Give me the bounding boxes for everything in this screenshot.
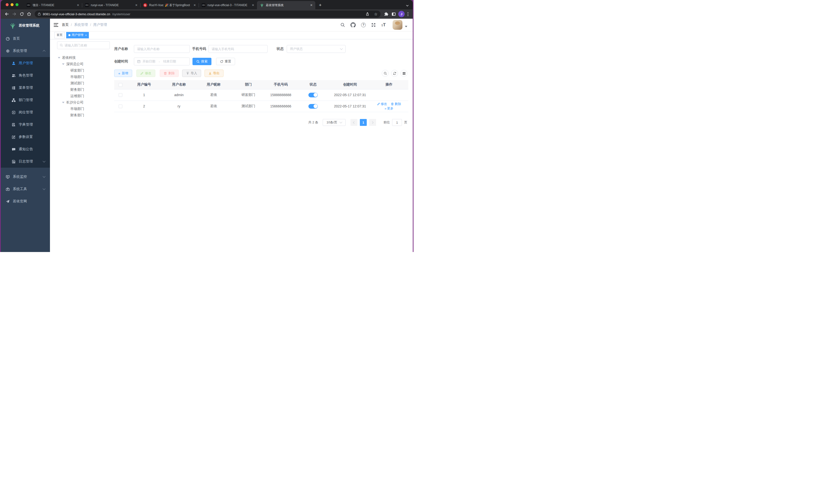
zoom-window-button[interactable] bbox=[15, 3, 18, 6]
tab-close-icon[interactable]: ✕ bbox=[193, 3, 197, 7]
close-window-button[interactable] bbox=[6, 3, 9, 6]
browser-tab[interactable]: <t> ruoyi-vue-official-3 - TITANIDE ✕ bbox=[199, 1, 257, 9]
jump-page-input[interactable] bbox=[392, 119, 402, 126]
home-button[interactable] bbox=[26, 10, 33, 18]
tree-expand-caret-icon[interactable] bbox=[62, 102, 64, 103]
date-range-picker[interactable]: 开始日期 - 结束日期 bbox=[134, 58, 190, 65]
sidebar-item-post-management[interactable]: 岗位管理 bbox=[1, 106, 50, 118]
browser-profile-avatar[interactable]: J bbox=[398, 11, 405, 17]
user-avatar[interactable] bbox=[393, 20, 402, 30]
delete-button[interactable]: 删除 bbox=[160, 69, 179, 77]
username-input[interactable] bbox=[137, 47, 187, 51]
prev-page-button[interactable] bbox=[350, 119, 357, 126]
tree-node[interactable]: 深圳总公司 bbox=[57, 61, 110, 67]
tree-node[interactable]: 市场部门 bbox=[57, 74, 110, 80]
refresh-table-button[interactable] bbox=[391, 70, 398, 77]
reset-button[interactable]: 重置 bbox=[216, 58, 235, 65]
forward-button[interactable] bbox=[11, 10, 18, 18]
avatar-dropdown-caret-icon[interactable] bbox=[405, 26, 407, 27]
minimize-window-button[interactable] bbox=[11, 3, 13, 6]
tree-node-root[interactable]: 若依科技 bbox=[57, 55, 110, 61]
show-search-toggle-button[interactable] bbox=[382, 70, 389, 77]
next-page-button[interactable] bbox=[369, 119, 376, 126]
tab-close-icon[interactable]: ✕ bbox=[76, 3, 80, 7]
sidebar-item-role-management[interactable]: 角色管理 bbox=[1, 69, 50, 81]
tree-node[interactable]: 运维部门 bbox=[57, 93, 110, 99]
tag-close-icon[interactable]: × bbox=[85, 34, 87, 37]
sidebar-item-user-management[interactable]: 用户管理 bbox=[1, 57, 50, 69]
github-icon[interactable] bbox=[350, 22, 356, 27]
pagination: 共 2 条 10条/页 1 前往 页 bbox=[308, 119, 407, 126]
help-icon[interactable]: ? bbox=[361, 22, 366, 27]
sidebar-item-log-management[interactable]: 日志管理 bbox=[1, 155, 50, 168]
sidebar-item-dept-management[interactable]: 部门管理 bbox=[1, 94, 50, 106]
sidebar-item-system-management[interactable]: 系统管理 bbox=[1, 45, 50, 57]
breadcrumb-home[interactable]: 首页 bbox=[62, 22, 69, 27]
header-search-icon[interactable] bbox=[340, 22, 345, 27]
search-button[interactable]: 搜索 bbox=[192, 58, 211, 65]
font-size-icon[interactable]: TT bbox=[381, 22, 386, 27]
status-select[interactable]: 用户状态 bbox=[287, 45, 346, 53]
tree-expand-caret-icon[interactable] bbox=[58, 57, 60, 58]
tab-search-chevron-icon[interactable] bbox=[406, 5, 409, 7]
tree-node[interactable]: 财务部门 bbox=[57, 112, 110, 118]
status-toggle[interactable] bbox=[308, 93, 318, 97]
app-logo[interactable]: 若依管理系统 bbox=[1, 19, 50, 33]
export-button[interactable]: 导出 bbox=[204, 69, 224, 77]
tree-expand-caret-icon[interactable] bbox=[62, 63, 64, 65]
tree-node[interactable]: 市场部门 bbox=[57, 106, 110, 112]
col-nickname: 用户昵称 bbox=[196, 80, 231, 89]
import-button[interactable]: 导入 bbox=[182, 69, 201, 77]
back-button[interactable] bbox=[3, 10, 11, 18]
browser-tab[interactable]: <t> ruoyi-vue - TITANIDE ✕ bbox=[82, 1, 140, 9]
address-bar[interactable]: 8081-ruoyi-vue-official-3-demo.cloud.tit… bbox=[35, 11, 381, 17]
tag-home[interactable]: 首页 bbox=[54, 32, 65, 38]
tree-node[interactable]: 长沙分公司 bbox=[57, 99, 110, 106]
add-button[interactable]: + 新增 bbox=[114, 69, 132, 77]
sidebar-item-dict-management[interactable]: 字典管理 bbox=[1, 118, 50, 131]
dept-search-input[interactable] bbox=[65, 44, 107, 47]
row-more-link[interactable]: » 更多 bbox=[384, 106, 393, 111]
sidebar-item-notice[interactable]: 通知公告 bbox=[1, 143, 50, 155]
row-edit-link[interactable]: 修改 bbox=[377, 102, 387, 106]
browser-tab-active[interactable]: 若依管理系统 ✕ bbox=[257, 1, 315, 9]
tree-node[interactable]: 财务部门 bbox=[57, 87, 110, 93]
sidebar-item-system-tools[interactable]: 系统工具 bbox=[1, 183, 50, 195]
tree-node[interactable]: 测试部门 bbox=[57, 80, 110, 87]
tab-close-icon[interactable]: ✕ bbox=[134, 3, 138, 7]
extensions-puzzle-icon[interactable] bbox=[383, 10, 390, 18]
tag-user-management[interactable]: 用户管理 × bbox=[66, 32, 89, 38]
share-icon[interactable] bbox=[364, 11, 371, 17]
side-panel-icon[interactable] bbox=[390, 10, 397, 18]
fullscreen-icon[interactable] bbox=[371, 22, 376, 27]
select-all-checkbox[interactable] bbox=[118, 83, 122, 87]
sidebar-item-param-settings[interactable]: 参数设置 bbox=[1, 131, 50, 143]
column-settings-button[interactable] bbox=[400, 70, 407, 77]
dictionary-icon bbox=[11, 123, 16, 127]
row-checkbox[interactable] bbox=[118, 93, 122, 97]
lock-icon[interactable] bbox=[38, 12, 41, 16]
edit-button[interactable]: 修改 bbox=[136, 69, 155, 77]
browser-tab[interactable]: G RuoYi-Vue: 🎉 基于SpringBoot ✕ bbox=[140, 1, 199, 9]
browser-tab[interactable]: <t> 项目 - TITANIDE ✕ bbox=[23, 1, 82, 9]
sidebar-item-official-site[interactable]: 若依官网 bbox=[1, 195, 50, 208]
row-checkbox[interactable] bbox=[118, 105, 122, 108]
tab-close-icon[interactable]: ✕ bbox=[251, 3, 255, 7]
bookmark-star-icon[interactable]: ☆ bbox=[373, 11, 379, 17]
page-size-select[interactable]: 10条/页 bbox=[323, 119, 346, 126]
row-delete-link[interactable]: 删除 bbox=[391, 102, 401, 106]
current-page-button[interactable]: 1 bbox=[360, 119, 367, 126]
dept-search-box bbox=[57, 41, 110, 49]
tree-node[interactable]: 研发部门 bbox=[57, 67, 110, 74]
sidebar-item-menu-management[interactable]: 菜单管理 bbox=[1, 81, 50, 94]
new-tab-button[interactable]: + bbox=[317, 2, 324, 9]
phone-input[interactable] bbox=[212, 47, 264, 51]
reload-button[interactable] bbox=[18, 10, 26, 18]
username-label: 用户名称 bbox=[114, 47, 128, 51]
browser-menu-icon[interactable] bbox=[406, 12, 410, 16]
sidebar-item-system-monitor[interactable]: 系统监控 bbox=[1, 171, 50, 183]
status-toggle[interactable] bbox=[308, 104, 318, 109]
sidebar-item-home[interactable]: 首页 bbox=[1, 33, 50, 45]
tab-close-icon[interactable]: ✕ bbox=[309, 3, 313, 7]
sidebar-collapse-hamburger-icon[interactable] bbox=[54, 23, 58, 27]
